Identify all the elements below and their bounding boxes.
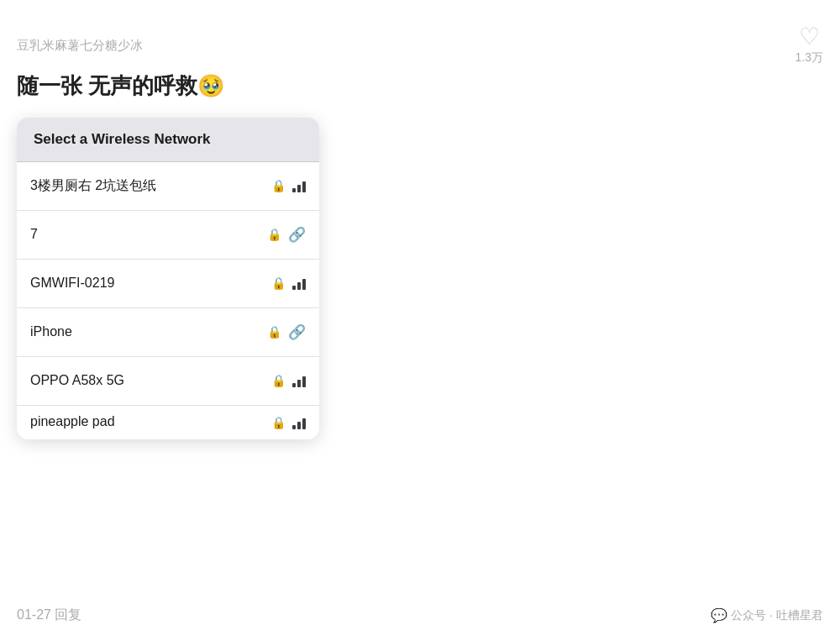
wifi-network-name: pineapple pad <box>30 413 271 431</box>
bottom-bar: 01-27 回复 💬 公众号 · 吐槽星君 <box>17 607 823 624</box>
wifi-signal-icon <box>292 276 306 290</box>
wifi-signal-icon <box>292 179 306 192</box>
wifi-signal-icon <box>292 374 306 387</box>
wifi-network-list: 3楼男厕右 2坑送包纸 🔒 7 🔒 🔗 GMWIFI-0219 <box>17 162 319 439</box>
wechat-icon: 💬 <box>711 607 727 623</box>
wifi-network-item[interactable]: 7 🔒 🔗 <box>17 211 319 260</box>
lock-icon: 🔒 <box>271 416 286 429</box>
lock-icon: 🔒 <box>267 228 281 241</box>
wifi-network-name: 7 <box>30 226 267 244</box>
reply-date: 01-27 回复 <box>17 607 81 624</box>
lock-icon: 🔒 <box>267 325 281 339</box>
wifi-network-name: GMWIFI-0219 <box>30 275 271 292</box>
lock-icon: 🔒 <box>271 276 286 290</box>
author-name: 豆乳米麻薯七分糖少冰 <box>17 38 143 54</box>
wifi-network-item[interactable]: 3楼男厕右 2坑送包纸 🔒 <box>17 162 319 211</box>
wechat-source: 💬 公众号 · 吐槽星君 <box>711 607 823 623</box>
hotspot-icon: 🔗 <box>288 323 306 341</box>
heart-icon[interactable]: ♡ <box>799 25 820 49</box>
wifi-dialog: Select a Wireless Network 3楼男厕右 2坑送包纸 🔒 … <box>17 118 319 439</box>
lock-icon: 🔒 <box>271 374 286 387</box>
post-title: 随一张 无声的呼救🥹 <box>17 72 823 101</box>
wifi-network-name: 3楼男厕右 2坑送包纸 <box>30 177 271 195</box>
wifi-signal-icon <box>292 416 306 429</box>
like-count: 1.3万 <box>795 50 823 66</box>
wifi-network-item[interactable]: iPhone 🔒 🔗 <box>17 308 319 357</box>
lock-icon: 🔒 <box>271 179 286 192</box>
source-text: 公众号 · 吐槽星君 <box>731 608 823 623</box>
wifi-network-name: iPhone <box>30 323 267 341</box>
wifi-network-name: OPPO A58x 5G <box>30 372 271 390</box>
hotspot-icon: 🔗 <box>288 226 306 244</box>
wifi-network-item[interactable]: OPPO A58x 5G 🔒 <box>17 357 319 406</box>
wifi-network-item[interactable]: GMWIFI-0219 🔒 <box>17 260 319 308</box>
wifi-network-item[interactable]: pineapple pad 🔒 <box>17 406 319 439</box>
wifi-dialog-title: Select a Wireless Network <box>34 131 302 148</box>
